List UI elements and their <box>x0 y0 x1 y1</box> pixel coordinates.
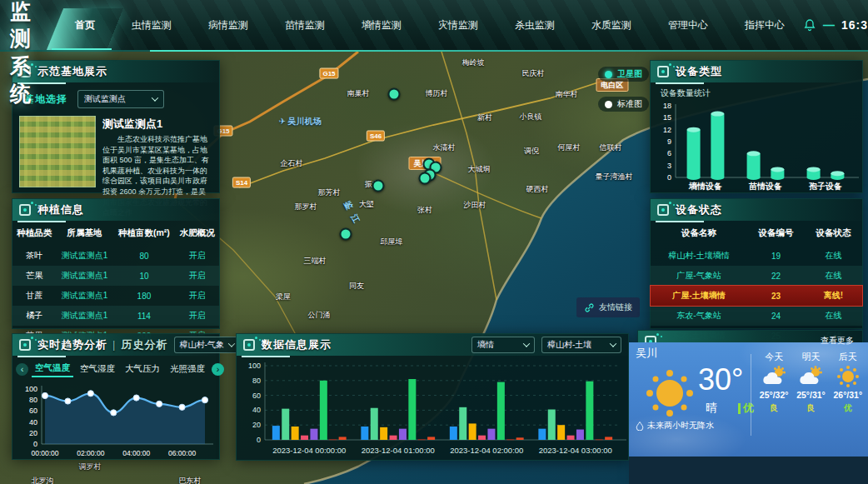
svg-text:12: 12 <box>663 126 671 134</box>
device-marker[interactable] <box>340 228 352 241</box>
svg-text:2023-12-04 00:00:00: 2023-12-04 00:00:00 <box>272 446 346 455</box>
device-row-offline: 广屋-土壤墒情23离线! <box>651 286 862 306</box>
weather-divider <box>751 354 751 436</box>
weather-more-link[interactable]: 查看更多 <box>821 335 854 347</box>
device-marker[interactable] <box>372 180 385 192</box>
planting-cell: 80 <box>112 246 175 266</box>
status-cell: 樟山村-土壤墒情 <box>651 246 747 266</box>
trend-station-select[interactable]: 樟山村-气象 <box>174 337 238 353</box>
planting-cell: 测试监测点1 <box>56 266 112 286</box>
map-place-label: 公门涌 <box>308 310 331 321</box>
nav-tab-指挥中心[interactable]: 指挥中心 <box>736 0 793 50</box>
planting-cell: 开启 <box>176 246 220 266</box>
nav-tab-病情监测[interactable]: 病情监测 <box>200 0 257 50</box>
status-cell: 东农-气象站 <box>651 306 747 326</box>
tabs-scroll-right-icon[interactable]: › <box>212 363 224 376</box>
weather-condition: 晴 <box>706 401 717 416</box>
planting-cell: 10 <box>112 266 175 286</box>
planting-cell: 测试监测点1 <box>56 306 112 326</box>
base-site-title: 测试监测点1 <box>102 117 212 132</box>
link-icon <box>584 302 595 313</box>
map-place-label: 张村 <box>417 205 432 216</box>
forecast-day: 明天25°/31°良 <box>796 351 826 414</box>
nav-tab-苗情监测[interactable]: 苗情监测 <box>277 0 333 50</box>
map-place-label: 那芳村 <box>318 187 341 198</box>
planting-row: 芒果测试监测点110开启 <box>12 266 219 286</box>
nav-tab-灾情监测[interactable]: 灾情监测 <box>430 0 486 50</box>
status-cell: 24 <box>747 306 805 326</box>
trend-tab-空气温度[interactable]: 空气温度 <box>32 361 73 377</box>
map-place-label: 同友 <box>349 281 364 292</box>
trend-tab-大气压力[interactable]: 大气压力 <box>122 362 163 377</box>
base-select-value: 测试监测点 <box>84 93 126 105</box>
map-place-label: 那罗村 <box>295 202 317 212</box>
status-cell: 在线 <box>805 306 862 326</box>
status-cell: 离线! <box>805 286 862 306</box>
airport-label: ✈ 吴川机场 <box>278 116 321 127</box>
nav-tab-虫情监测[interactable]: 虫情监测 <box>123 0 180 50</box>
planting-cell: 开启 <box>176 306 220 326</box>
trend-station-value: 樟山村-气象 <box>179 339 223 351</box>
weather-widget: 吴川 30° 晴 优 未来两小时无降水 今天25°/32°良明天25°/31°良… <box>629 342 868 457</box>
device-marker[interactable] <box>388 88 401 101</box>
panel-icon <box>19 204 31 216</box>
nav-tab-首页[interactable]: 首页 <box>67 0 103 50</box>
map-place-label: 何屋村 <box>558 142 581 153</box>
base-select-row: 基地选择 测试监测点 <box>12 82 219 114</box>
device-row: 广屋-气象站22在线 <box>651 266 862 286</box>
friend-link-label: 友情链接 <box>599 302 632 313</box>
nav-tab-墒情监测[interactable]: 墒情监测 <box>353 0 410 50</box>
top-navigation-bar: 农业监测系统 首页虫情监测病情监测苗情监测墒情监测灾情监测杀虫监测水质监测管理中… <box>0 0 868 52</box>
panel-device-type: 设备类型 设备数量统计 0369121518墒情设备苗情设备孢子设备 <box>650 60 863 193</box>
partly-sunny-icon <box>761 366 786 387</box>
svg-text:80: 80 <box>29 396 37 404</box>
device-count-subtitle: 设备数量统计 <box>651 82 862 99</box>
panel-planting-title: 种植信息 <box>37 202 84 217</box>
svg-text:孢子设备: 孢子设备 <box>808 182 842 191</box>
layer-toggle-standard[interactable]: 标准图 <box>598 97 649 112</box>
map-place-label: 梅岭坡 <box>462 57 485 68</box>
data-type-select[interactable]: 墒情 <box>471 337 535 353</box>
trend-metric-tabs: ‹空气温度空气湿度大气压力光照强度› <box>12 356 219 379</box>
base-select[interactable]: 测试监测点 <box>77 90 164 108</box>
forecast-day: 今天25°/32°良 <box>760 351 789 414</box>
nav-tab-管理中心[interactable]: 管理中心 <box>660 0 716 50</box>
partly-sunny-icon <box>798 366 823 387</box>
device-marker[interactable] <box>419 172 432 185</box>
planting-row: 茶叶测试监测点180开启 <box>12 246 219 266</box>
weather-forecast: 今天25°/32°良明天25°/31°良后天26°/31°优 <box>756 351 866 414</box>
topbar-right: — 16:32:10 wuchuan@test ▾ <box>803 18 868 32</box>
planting-row: 甘蔗测试监测点1180开启 <box>12 286 219 306</box>
friend-link-button[interactable]: 友情链接 <box>576 297 640 317</box>
map-place-label: 大塱 <box>359 199 374 210</box>
map-place-label: 硬西村 <box>526 184 549 195</box>
nav-tab-杀虫监测[interactable]: 杀虫监测 <box>506 0 563 50</box>
road-badge-G15: G15 <box>319 68 338 79</box>
nav-tab-水质监测[interactable]: 水质监测 <box>583 0 640 50</box>
collapse-control[interactable]: — <box>823 18 835 32</box>
map-place-label: 调倪 <box>524 146 539 157</box>
status-col-header: 设备编号 <box>747 221 805 246</box>
panel-planting-header: 种植信息 <box>12 199 219 221</box>
panel-icon <box>19 339 31 351</box>
status-cell: 在线 <box>805 266 862 286</box>
planting-table: 种植品类所属基地种植亩数(m²)水肥概况 茶叶测试监测点180开启芒果测试监测点… <box>12 221 219 346</box>
weather-air-quality: 优 <box>738 401 754 416</box>
nav-tabs: 首页虫情监测病情监测苗情监测墒情监测灾情监测杀虫监测水质监测管理中心指挥中心 <box>57 0 803 50</box>
data-grouped-bar-chart: 0204060801002023-12-04 00:00:002023-12-0… <box>237 356 628 460</box>
layer-toggle-satellite[interactable]: 卫星图 <box>598 67 649 82</box>
panel-trend-title2[interactable]: 历史分析 <box>121 338 167 351</box>
bell-icon[interactable] <box>803 18 816 32</box>
status-cell: 广屋-气象站 <box>651 266 747 286</box>
planting-cell: 橘子 <box>12 306 56 326</box>
status-cell: 22 <box>747 266 805 286</box>
tabs-scroll-left-icon[interactable]: ‹ <box>16 363 28 376</box>
planting-cell: 开启 <box>176 286 220 306</box>
sunny-icon <box>836 366 861 387</box>
trend-tab-空气湿度[interactable]: 空气湿度 <box>77 362 118 377</box>
data-station-select[interactable]: 樟山村-土壤 <box>541 337 621 353</box>
trend-tab-光照强度[interactable]: 光照强度 <box>167 362 208 377</box>
planting-col-header: 所属基地 <box>56 221 112 246</box>
panel-data-display-header: 数据信息展示 墒情 樟山村-土壤 <box>237 334 628 356</box>
map-place-label: 信联村 <box>600 142 622 153</box>
